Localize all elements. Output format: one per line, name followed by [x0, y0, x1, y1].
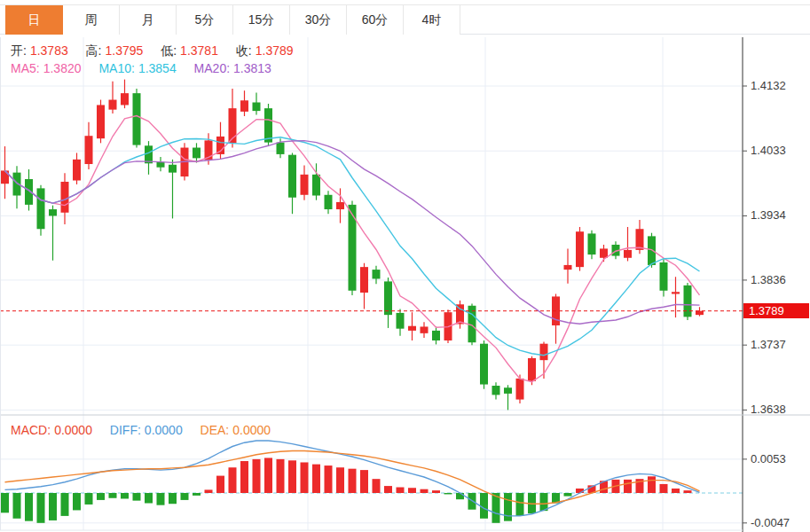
candlestick [133, 93, 141, 145]
macd-bar [312, 465, 320, 493]
candlestick [336, 202, 344, 209]
macd-bar [85, 493, 93, 505]
tab-month[interactable]: 月 [120, 5, 177, 35]
tab-30min[interactable]: 30分 [290, 5, 347, 35]
chart-canvas[interactable] [0, 0, 810, 532]
macd-bar [564, 493, 572, 497]
ohlc-header: 开:1.3783 高:1.3795 低:1.3781 收:1.3789 [11, 43, 297, 59]
macd-axis-label: -0.0047 [751, 516, 790, 530]
macd-bar [325, 466, 333, 493]
candlestick [696, 311, 704, 315]
candlestick [312, 175, 320, 196]
macd-bar [193, 493, 201, 496]
macd-bar [97, 493, 105, 500]
price-axis-label: 1.4033 [751, 144, 786, 158]
candlestick [528, 358, 536, 381]
last-price-tag: 1.3789 [743, 303, 809, 318]
macd-bar [288, 460, 296, 493]
macd-bar [25, 493, 33, 521]
close-label: 收: [236, 43, 252, 58]
macd-bar [660, 484, 668, 493]
macd-bar [240, 461, 248, 493]
macd-bar [229, 467, 237, 493]
candlestick [397, 313, 405, 329]
candlestick [193, 148, 201, 159]
macd-bar [205, 489, 213, 493]
kline-chart-app: 日 周 月 5分 15分 30分 60分 4时 开:1.3783 高:1.379… [0, 0, 810, 532]
candlestick [240, 100, 248, 112]
ma10-label: MA10: [98, 61, 134, 75]
macd-bar [264, 458, 272, 493]
tab-60min[interactable]: 60分 [347, 5, 404, 35]
macd-header: MACD:0.0000 DIFF:0.0000 DEA:0.0000 [11, 423, 274, 437]
candlestick [49, 209, 57, 215]
macd-bar [384, 486, 392, 493]
macd-bar [624, 480, 632, 493]
ma5-value: 1.3820 [43, 61, 82, 75]
macd-bar [540, 493, 548, 511]
candlestick [624, 250, 632, 258]
candlestick [288, 155, 296, 198]
candlestick [360, 267, 368, 293]
open-value: 1.3783 [30, 43, 68, 58]
macd-bar [277, 459, 285, 493]
candlestick [121, 93, 129, 105]
tab-15min[interactable]: 15分 [233, 5, 290, 35]
ma20-value: 1.3813 [233, 61, 271, 75]
candlestick [564, 265, 572, 270]
candlestick [492, 386, 500, 395]
diff-label: DIFF: [110, 423, 141, 437]
low-value: 1.3781 [180, 43, 218, 58]
candlestick [325, 195, 333, 209]
ma5-label: MA5: [11, 61, 40, 75]
tab-week[interactable]: 周 [63, 5, 120, 35]
candlestick [660, 262, 668, 291]
candlestick [636, 229, 644, 250]
price-axis-label: 1.3934 [751, 208, 786, 223]
macd-bar [169, 493, 177, 504]
macd-bar [336, 467, 344, 493]
candlestick [264, 108, 272, 142]
candlestick [1, 170, 9, 184]
macd-bar [61, 493, 69, 516]
macd-bar [49, 493, 57, 520]
open-label: 开: [11, 43, 27, 58]
candlestick [408, 326, 416, 331]
macd-bar [37, 493, 45, 523]
candlestick [540, 344, 548, 360]
candlestick [384, 281, 392, 315]
macd-bar [360, 470, 368, 493]
candlestick [648, 236, 656, 265]
macd-bar [216, 476, 224, 493]
candlestick [672, 292, 680, 293]
close-value: 1.3789 [256, 43, 294, 58]
tab-day[interactable]: 日 [5, 5, 63, 35]
macd-bar [73, 493, 81, 510]
price-axis-label: 1.3737 [751, 338, 786, 352]
macd-bar [301, 462, 309, 493]
candlestick [37, 188, 45, 229]
dea-label: DEA: [201, 423, 230, 437]
price-axis-label: 1.3638 [751, 403, 786, 417]
candlestick [588, 233, 596, 254]
candlestick [277, 143, 285, 154]
candlestick [576, 231, 584, 267]
macd-bar [648, 476, 656, 493]
diff-value: 0.0000 [145, 423, 183, 437]
low-label: 低: [161, 43, 177, 58]
candlestick [73, 160, 81, 181]
price-axis-label: 1.4132 [751, 79, 786, 93]
candlestick [600, 248, 608, 257]
tab-4hour[interactable]: 4时 [404, 5, 460, 35]
candlestick [684, 286, 692, 317]
macd-bar [432, 490, 440, 493]
ma-header: MA5:1.3820 MA10:1.3854 MA20:1.3813 [11, 61, 275, 75]
period-tabbar: 日 周 月 5分 15分 30分 60分 4时 [0, 4, 810, 35]
candlestick [301, 175, 309, 195]
macd-bar [1, 493, 9, 512]
tab-5min[interactable]: 5分 [177, 5, 233, 35]
macd-bar [456, 493, 464, 499]
candlestick [61, 182, 69, 213]
candlestick [97, 105, 105, 138]
candlestick [373, 270, 381, 278]
